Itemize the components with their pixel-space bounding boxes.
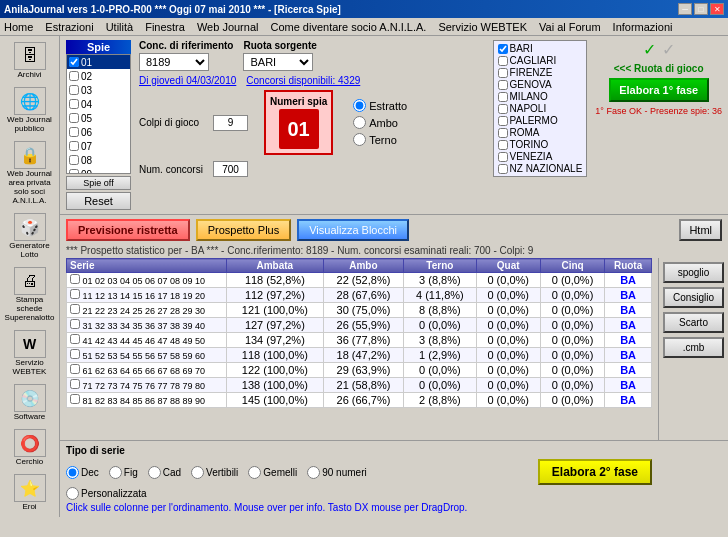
row-checkbox[interactable] xyxy=(70,349,80,359)
th-terno[interactable]: Terno xyxy=(404,259,476,273)
row-checkbox[interactable] xyxy=(70,334,80,344)
ruota-roma[interactable]: ROMA xyxy=(498,127,583,138)
radio-estratto[interactable]: Estratto xyxy=(353,99,407,112)
menu-utilita[interactable]: Utilità xyxy=(106,21,134,33)
spie-checkbox-05[interactable] xyxy=(69,113,79,123)
spie-checkbox-04[interactable] xyxy=(69,99,79,109)
tipo-personalizzata[interactable]: Personalizzata xyxy=(66,487,722,500)
spie-checkbox-01[interactable] xyxy=(69,57,79,67)
prospetto-button[interactable]: Prospetto Plus xyxy=(196,219,292,241)
th-ruota[interactable]: Ruota xyxy=(605,259,652,273)
table-row[interactable]: 11 12 13 14 15 16 17 18 19 20 112 (97,2%… xyxy=(67,288,652,303)
sidebar-item-servizio[interactable]: W Servizio WEBTEK xyxy=(3,328,57,378)
menu-webjournal[interactable]: Web Journal xyxy=(197,21,259,33)
sidebar-item-software[interactable]: 💿 Software xyxy=(3,382,57,423)
ruota-sorgente-select[interactable]: BARI xyxy=(243,53,313,71)
conc-riferimento-select[interactable]: 8189 xyxy=(139,53,209,71)
reset-button[interactable]: Reset xyxy=(66,192,131,210)
spie-item-09[interactable]: 09 xyxy=(67,167,130,174)
close-button[interactable]: ✕ xyxy=(710,3,724,15)
sidebar-item-archivi[interactable]: 🗄 Archivi xyxy=(3,40,57,81)
ruota-torino[interactable]: TORINO xyxy=(498,139,583,150)
spie-checkbox-03[interactable] xyxy=(69,85,79,95)
spie-item-01[interactable]: 01 xyxy=(67,55,130,69)
row-checkbox[interactable] xyxy=(70,364,80,374)
row-checkbox[interactable] xyxy=(70,379,80,389)
sidebar-item-generatore[interactable]: 🎲 Generatore Lotto xyxy=(3,211,57,261)
visualizza-button[interactable]: Visualizza Blocchi xyxy=(297,219,409,241)
ruota-napoli[interactable]: NAPOLI xyxy=(498,103,583,114)
menu-finestra[interactable]: Finestra xyxy=(145,21,185,33)
spie-checkbox-06[interactable] xyxy=(69,127,79,137)
row-checkbox[interactable] xyxy=(70,304,80,314)
table-row[interactable]: 81 82 83 84 85 86 87 88 89 90 145 (100,0… xyxy=(67,393,652,408)
spie-item-05[interactable]: 05 xyxy=(67,111,130,125)
table-row[interactable]: 51 52 53 54 55 56 57 58 59 60 118 (100,0… xyxy=(67,348,652,363)
cmb-button[interactable]: .cmb xyxy=(663,337,724,358)
spie-item-04[interactable]: 04 xyxy=(67,97,130,111)
tipo-fig[interactable]: Fig xyxy=(109,466,138,479)
spoglio-button[interactable]: spoglio xyxy=(663,262,724,283)
spie-checkbox-08[interactable] xyxy=(69,155,79,165)
tipo-dec[interactable]: Dec xyxy=(66,466,99,479)
tipo-vertibili[interactable]: Vertibili xyxy=(191,466,238,479)
radio-terno[interactable]: Terno xyxy=(353,133,407,146)
table-row[interactable]: 01 02 03 04 05 06 07 08 09 10 118 (52,8%… xyxy=(67,273,652,288)
ruota-bari[interactable]: BARI xyxy=(498,43,583,54)
minimize-button[interactable]: ─ xyxy=(678,3,692,15)
radio-ambo[interactable]: Ambo xyxy=(353,116,407,129)
row-checkbox[interactable] xyxy=(70,394,80,404)
ruota-firenze[interactable]: FIRENZE xyxy=(498,67,583,78)
html-button[interactable]: Html xyxy=(679,219,722,241)
tipo-cad[interactable]: Cad xyxy=(148,466,181,479)
spie-item-06[interactable]: 06 xyxy=(67,125,130,139)
spie-checkbox-02[interactable] xyxy=(69,71,79,81)
menu-forum[interactable]: Vai al Forum xyxy=(539,21,601,33)
sidebar-item-eroi[interactable]: ⭐ Eroi xyxy=(3,472,57,513)
sidebar-item-stampa[interactable]: 🖨 Stampa schede Superenalotto xyxy=(3,265,57,324)
table-row[interactable]: 71 72 73 74 75 76 77 78 79 80 138 (100,0… xyxy=(67,378,652,393)
tipo-gemelli[interactable]: Gemelli xyxy=(248,466,297,479)
spie-off-button[interactable]: Spie off xyxy=(66,176,131,190)
table-row[interactable]: 21 22 23 24 25 26 27 28 29 30 121 (100,0… xyxy=(67,303,652,318)
spie-item-08[interactable]: 08 xyxy=(67,153,130,167)
concorsi-link[interactable]: Concorsi disponibili: 4329 xyxy=(246,75,360,86)
tipo-90numeri[interactable]: 90 numeri xyxy=(307,466,366,479)
spie-item-07[interactable]: 07 xyxy=(67,139,130,153)
table-row[interactable]: 31 32 33 34 35 36 37 38 39 40 127 (97,2%… xyxy=(67,318,652,333)
menu-webtek[interactable]: Servizio WEBTEK xyxy=(438,21,527,33)
row-checkbox[interactable] xyxy=(70,274,80,284)
spie-item-02[interactable]: 02 xyxy=(67,69,130,83)
ruota-milano[interactable]: MILANO xyxy=(498,91,583,102)
sidebar-item-webjournal-pub[interactable]: 🌐 Web Journal pubblico xyxy=(3,85,57,135)
ruota-venezia[interactable]: VENEZIA xyxy=(498,151,583,162)
th-ambo[interactable]: Ambo xyxy=(323,259,403,273)
scarta-button[interactable]: Scarto xyxy=(663,312,724,333)
menu-anila[interactable]: Come diventare socio A.N.I.L.A. xyxy=(270,21,426,33)
spie-list[interactable]: 01 02 03 04 05 06 07 08 09 10 11 12 13 1… xyxy=(66,54,131,174)
spie-checkbox-07[interactable] xyxy=(69,141,79,151)
elabora1-button[interactable]: Elabora 1° fase xyxy=(609,78,709,102)
spie-item-03[interactable]: 03 xyxy=(67,83,130,97)
data-table-container[interactable]: Serie Ambata Ambo Terno Quat Cinq Ruota … xyxy=(60,258,658,440)
sidebar-item-webjournal-priv[interactable]: 🔒 Web Journal area privata solo soci A.N… xyxy=(3,139,57,207)
th-serie[interactable]: Serie xyxy=(67,259,227,273)
maximize-button[interactable]: □ xyxy=(694,3,708,15)
date-link[interactable]: Di giovedì 04/03/2010 xyxy=(139,75,236,86)
row-checkbox[interactable] xyxy=(70,319,80,329)
elabora2-button[interactable]: Elabora 2° fase xyxy=(538,459,652,485)
preview-button[interactable]: Previsione ristretta xyxy=(66,219,190,241)
menu-info[interactable]: Informazioni xyxy=(613,21,673,33)
table-row[interactable]: 61 62 63 64 65 66 67 68 69 70 122 (100,0… xyxy=(67,363,652,378)
spie-checkbox-09[interactable] xyxy=(69,169,79,174)
table-row[interactable]: 41 42 43 44 45 46 47 48 49 50 134 (97,2%… xyxy=(67,333,652,348)
th-quat[interactable]: Quat xyxy=(476,259,540,273)
ruota-cagliari[interactable]: CAGLIARI xyxy=(498,55,583,66)
ruota-nz-nazionale[interactable]: NZ NAZIONALE xyxy=(498,163,583,174)
menu-estrazioni[interactable]: Estrazioni xyxy=(45,21,93,33)
ruota-palermo[interactable]: PALERMO xyxy=(498,115,583,126)
th-cinq[interactable]: Cinq xyxy=(540,259,604,273)
th-ambata[interactable]: Ambata xyxy=(227,259,324,273)
consiglio-button[interactable]: Consiglio xyxy=(663,287,724,308)
menu-home[interactable]: Home xyxy=(4,21,33,33)
